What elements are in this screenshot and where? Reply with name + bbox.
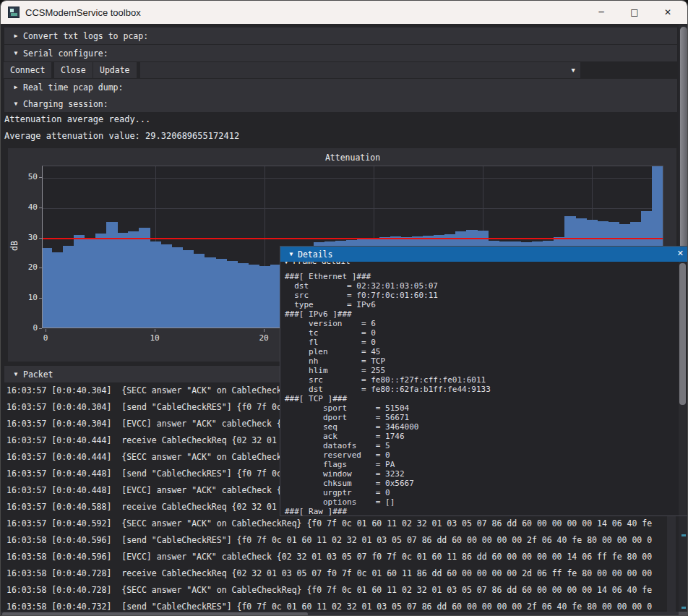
horizontal-scrollbar[interactable] [1,612,679,616]
detail-line: ack = 1746 [285,432,491,441]
detail-line: ###[ TCP ]### [285,394,491,403]
y-tick-label: 0 [17,323,38,333]
attenuation-bar [150,241,161,328]
update-button[interactable]: Update [93,62,137,78]
section-label: Packet [23,369,53,380]
x-tick-label: 0 [43,333,48,343]
scrollbar-mark [681,534,686,536]
attenuation-bar [237,263,249,328]
attenuation-bar [194,254,205,328]
detail-line: dst = fe80::62fa:b1ff:fe44:9133 [285,385,491,394]
log-line: 16:03:58 [0:0:40.732] [send "CableCheckR… [7,602,652,612]
detail-line: fl = 0 [285,338,491,347]
section-header-serial[interactable]: ▼ Serial configure: [4,45,677,61]
detail-line: dst = 02:32:01:03:05:07 [285,281,491,291]
x-tick-label: 20 [259,333,268,343]
details-title: Details [298,249,332,260]
section-label: Real time pcap dump: [23,82,123,93]
detail-line: seq = 3464000 [285,422,491,432]
status-attenuation-ready: Attenuation average ready... [4,114,150,124]
close-button[interactable]: ✕ [651,1,684,24]
detail-line: dport = 56671 [285,413,491,422]
log-line: 16:03:58 [0:0:40.596] [EVCC] answer "ACK… [7,552,652,563]
attenuation-bar [259,266,270,328]
arrow-down-icon: ▼ [9,371,23,377]
chart-title: Attenuation [42,153,663,163]
window-title: CCSModemService toolbox [25,7,141,18]
frame-detail-node[interactable]: ▼Frame detail [285,262,351,266]
attenuation-bar [226,261,238,328]
log-line: 16:03:58 [0:0:40.596] [send "CableCheckR… [7,535,652,547]
arrow-down-icon: ▼ [9,50,23,56]
horizontal-scrollbar-thumb[interactable] [2,612,308,616]
app-window: CCSModemService toolbox ─ □ ✕ ▶ Convert … [0,0,688,616]
section-label: Charging session: [23,99,108,109]
detail-line: dataofs = 5 [285,441,491,450]
attenuation-bar [52,252,64,328]
details-close-icon[interactable]: ✕ [677,249,684,258]
detail-line: ###[ Raw ]### [285,507,491,516]
maximize-button[interactable]: □ [618,1,651,24]
y-tick-label: 40 [17,202,38,212]
details-content: ▼Frame detail ###[ Ethernet ]### dst = 0… [280,262,688,516]
section-header-realtime[interactable]: ▶ Real time pcap dump: [4,79,677,95]
detail-line: sport = 51504 [285,403,491,413]
section-header-charging[interactable]: ▼ Charging session: [4,95,677,112]
section-label: Serial configure: [23,48,108,59]
attenuation-bar [85,238,96,328]
section-header-convert[interactable]: ▶ Convert txt logs to pcap: [4,27,677,44]
attenuation-bar [215,259,227,328]
attenuation-bar [74,235,85,328]
attenuation-bar [42,248,52,328]
detail-line: urgptr = 0 [285,488,491,497]
serial-port-combobox[interactable]: ▼ [140,62,580,78]
detail-line: ###[ IPv6 ]### [285,309,491,319]
details-scrollbar[interactable] [679,262,687,516]
attenuation-bar [172,247,184,328]
title-bar[interactable]: CCSModemService toolbox ─ □ ✕ [1,1,687,24]
average-line [43,238,663,239]
arrow-right-icon: ▶ [9,33,23,39]
attenuation-bar [248,265,259,328]
attenuation-bar [117,233,129,328]
detail-line: chksum = 0x5667 [285,479,491,488]
attenuation-bar [161,244,173,328]
log-line: 16:03:57 [0:0:40.592] {SECC answer "ACK"… [7,518,652,530]
detail-line: src = fe80::f27f:cff:fe01:6011 [285,375,491,385]
app-icon [8,7,20,18]
arrow-down-icon: ▼ [285,262,288,265]
detail-line: reserved = 0 [285,450,491,460]
y-tick-label: 20 [17,262,38,272]
details-scrollbar-thumb[interactable] [679,263,686,405]
connect-button[interactable]: Connect [4,62,51,78]
arrow-right-icon: ▶ [9,84,23,90]
attenuation-bar [128,231,139,328]
details-panel: ▼ Details ✕ ▼Frame detail ###[ Ethernet … [280,246,688,516]
frame-detail-text: ###[ Ethernet ]### dst = 02:32:01:03:05:… [285,272,491,516]
details-title-bar[interactable]: ▼ Details ✕ [280,247,688,262]
chevron-down-icon: ▼ [572,67,575,74]
detail-line: window = 3232 [285,469,491,479]
frame-detail-label: Frame detail [293,262,350,266]
detail-line: flags = PA [285,460,491,469]
detail-line: type = IPv6 [285,300,491,309]
detail-line: options = [] [285,497,491,507]
arrow-down-icon: ▼ [9,100,23,107]
attenuation-bar [95,234,107,328]
scrollbar-corner [679,612,688,616]
y-tick-label: 10 [17,293,38,302]
close-serial-button[interactable]: Close [54,62,93,78]
log-line: 16:03:58 [0:0:40.728] receive CableCheck… [7,568,652,580]
minimize-button[interactable]: ─ [585,1,618,24]
attenuation-bar [205,257,216,328]
attenuation-bar [183,250,194,328]
detail-line: tc = 0 [285,328,491,338]
scrollbar-mark [681,607,686,609]
y-tick-label: 30 [17,233,38,242]
log-line: 16:03:58 [0:0:40.728] {SECC answer "ACK"… [7,585,652,596]
attenuation-bar [63,246,74,328]
arrow-down-icon: ▼ [285,251,298,257]
detail-line: ###[ Ethernet ]### [285,272,491,281]
detail-line: hlim = 255 [285,366,491,375]
status-average-value: Average attenuation value: 29.3206896551… [4,131,239,141]
